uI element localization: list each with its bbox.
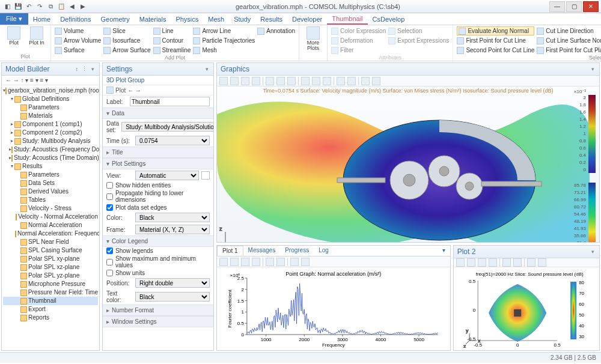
- save-icon[interactable]: 💾: [13, 2, 23, 11]
- tree-component-1-comp1-[interactable]: ▸Component 1 (comp1): [3, 120, 98, 129]
- ribbon-mesh[interactable]: Mesh: [193, 46, 255, 55]
- tree-spl-near-field[interactable]: SPL Near Field: [3, 238, 98, 246]
- tree-velocity-stress[interactable]: Velocity - Stress: [3, 204, 98, 213]
- more-plots-button[interactable]: More Plots: [303, 26, 323, 53]
- close-button[interactable]: ✕: [583, 1, 599, 12]
- show-legends-checkbox[interactable]: [106, 247, 113, 254]
- show-maxmin-checkbox[interactable]: [106, 259, 113, 265]
- tree-spl-casing-surface[interactable]: SPL Casing Surface: [3, 246, 98, 255]
- tree-results[interactable]: ▾Results: [3, 162, 98, 171]
- tree-component-2-comp2-[interactable]: ▸Component 2 (comp2): [3, 129, 98, 137]
- view-goto-icon[interactable]: [201, 171, 210, 180]
- print-icon[interactable]: [372, 77, 380, 85]
- menutab-geometry[interactable]: Geometry: [96, 13, 134, 25]
- frame-select[interactable]: Material (X, Y, Z): [135, 225, 210, 234]
- zoom-out-icon[interactable]: [241, 77, 249, 85]
- tree-polar-spl-xy-plane[interactable]: Polar SPL xy-plane: [3, 255, 98, 263]
- menutab-physics[interactable]: Physics: [171, 13, 203, 25]
- menutab-study[interactable]: Study: [229, 13, 255, 25]
- tree-reports[interactable]: Reports: [3, 314, 98, 322]
- tab-log[interactable]: Log: [314, 246, 334, 256]
- tab-plot1[interactable]: Plot 1: [217, 246, 243, 256]
- panel-menu-icon[interactable]: ▾: [438, 246, 450, 256]
- tree-study-acoustics-time-domain-[interactable]: ▸Study: Acoustics (Time Domain): [3, 154, 98, 162]
- menutab-csdevelop[interactable]: CsDevelop: [368, 13, 410, 25]
- position-select[interactable]: Right double: [135, 278, 210, 288]
- tab-progress[interactable]: Progress: [280, 246, 314, 256]
- copy-icon[interactable]: ⧉: [46, 2, 55, 11]
- textcolor-select[interactable]: Black: [135, 292, 210, 302]
- menutab-developer[interactable]: Developer: [287, 13, 327, 25]
- orbit-icon[interactable]: [287, 77, 296, 85]
- select-icon[interactable]: [337, 77, 345, 85]
- model-builder-toolbar[interactable]: ← → ↑ ▾ ≡ ▾ ≡ ▾: [2, 76, 99, 85]
- view-xz-icon[interactable]: [323, 77, 331, 85]
- colorlegend-section[interactable]: ▾Color Legend: [103, 235, 213, 247]
- graphics-toolbar[interactable]: [217, 76, 599, 86]
- menutab-mesh[interactable]: Mesh: [203, 13, 229, 25]
- menutab-definitions[interactable]: Definitions: [55, 13, 96, 25]
- pan-icon[interactable]: [276, 77, 285, 85]
- tree-parameters[interactable]: Parameters: [3, 103, 98, 112]
- time-select[interactable]: 0.0754: [135, 136, 210, 145]
- show-units-checkbox[interactable]: [106, 270, 113, 276]
- plot2-toolbar[interactable]: [454, 258, 599, 267]
- zoom-box-icon[interactable]: [252, 77, 260, 85]
- light-icon[interactable]: [347, 77, 356, 85]
- ribbon-arrow-surface[interactable]: Arrow Surface: [103, 46, 150, 55]
- tree-study-multibody-analysis[interactable]: ▸Study: Multibody Analysis: [3, 137, 98, 145]
- menutab-home[interactable]: Home: [28, 13, 55, 25]
- windowsettings-section[interactable]: ▸Window Settings: [103, 316, 213, 327]
- snapshot-icon[interactable]: [290, 258, 299, 266]
- fwd-icon[interactable]: ▶: [78, 2, 88, 11]
- tree-microphone-pressure[interactable]: Microphone Pressure: [3, 280, 98, 288]
- data-section[interactable]: ▾Data: [103, 108, 213, 119]
- ribbon-annotation[interactable]: Annotation: [257, 26, 295, 35]
- ribbon-isosurface[interactable]: Isosurface: [103, 36, 150, 45]
- tree-export[interactable]: Export: [3, 305, 98, 314]
- rotate-icon[interactable]: [266, 77, 274, 85]
- undo-icon[interactable]: ↶: [24, 2, 34, 11]
- menutab-thumbnail[interactable]: Thumbnail: [327, 13, 367, 25]
- ribbon-surface[interactable]: Surface: [55, 46, 101, 55]
- redo-icon[interactable]: ↷: [35, 2, 44, 11]
- tree-parameters[interactable]: Parameters: [3, 171, 98, 179]
- zoom-ext-icon[interactable]: [219, 77, 228, 85]
- view-select[interactable]: Automatic: [135, 171, 199, 180]
- graphics-view[interactable]: Time=0.0754 s Surface: Velocity magnitud…: [217, 86, 599, 242]
- zoom-in-icon[interactable]: [230, 77, 239, 85]
- plot1-area[interactable]: Point Graph: Normal acceleration (m/s²)×…: [217, 267, 450, 350]
- dataset-select[interactable]: Study: Multibody Analysis/Solution: [121, 122, 213, 132]
- plot1-toolbar[interactable]: [217, 256, 450, 267]
- menutab-materials[interactable]: Materials: [135, 13, 171, 25]
- maximize-button[interactable]: ▢: [566, 1, 582, 12]
- evaluate-along-normal[interactable]: Evaluate Along Normal: [457, 26, 534, 35]
- tree-normal-acceleration-frequency[interactable]: Normal Acceleration: Frequency: [3, 229, 98, 238]
- color-select[interactable]: Black: [135, 213, 210, 222]
- show-hidden-checkbox[interactable]: [106, 182, 113, 189]
- ribbon-arrow-line[interactable]: Arrow Line: [193, 26, 255, 35]
- propagate-checkbox[interactable]: [106, 193, 113, 200]
- tree-study-acoustics-frequency-domain-[interactable]: ▸Study: Acoustics (Frequency Domain): [3, 145, 98, 154]
- ribbon-slice[interactable]: Slice: [103, 26, 150, 35]
- tree-velocity-normal-acceleration[interactable]: Velocity - Normal Acceleration: [3, 213, 98, 221]
- ribbon-arrow-volume[interactable]: Arrow Volume: [55, 36, 101, 45]
- view-yz-icon[interactable]: [312, 77, 320, 85]
- plot-in-button[interactable]: Plot In: [26, 26, 47, 53]
- ribbon-streamline[interactable]: Streamline: [153, 46, 191, 55]
- plot2-area[interactable]: freq(51)=2000 Hz Slice: Sound pressure l…: [454, 267, 599, 350]
- menutab-results[interactable]: Results: [255, 13, 287, 25]
- ribbon-contour[interactable]: Contour: [153, 36, 191, 45]
- tree-polar-spl-yz-plane[interactable]: Polar SPL yz-plane: [3, 271, 98, 280]
- print-icon[interactable]: [301, 258, 310, 266]
- view-xy-icon[interactable]: [301, 77, 310, 85]
- model-tree[interactable]: ▾gearbox_vibration_noise.mph (root)▾Glob…: [2, 85, 99, 350]
- tree-derived-values[interactable]: Derived Values: [3, 187, 98, 196]
- label-input[interactable]: [130, 97, 210, 106]
- paste-icon[interactable]: 📋: [56, 2, 66, 11]
- plotsettings-section[interactable]: ▾Plot Settings: [103, 158, 213, 169]
- title-section[interactable]: ▸Title: [103, 147, 213, 158]
- panel-tools[interactable]: ↕ ⋮ ▾: [75, 66, 96, 72]
- back-icon[interactable]: ◀: [67, 2, 77, 11]
- ribbon-line[interactable]: Line: [153, 26, 191, 35]
